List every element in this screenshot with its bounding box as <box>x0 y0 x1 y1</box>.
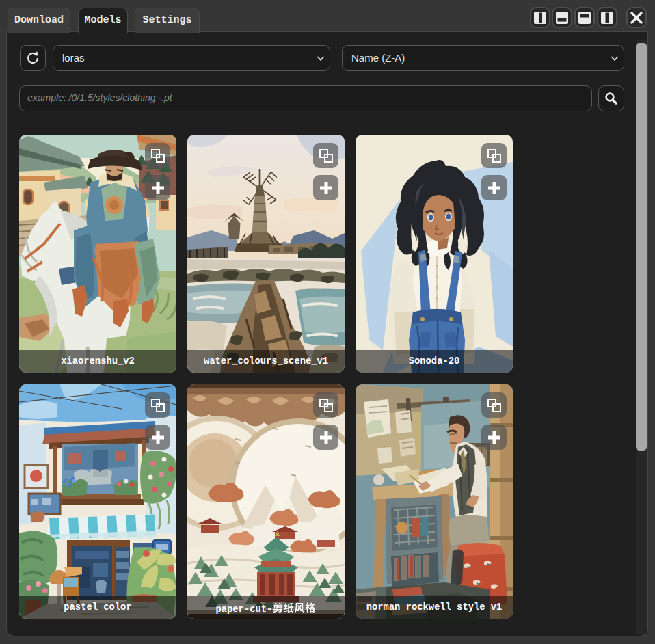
svg-text:paper-cut-: paper-cut- <box>216 604 273 615</box>
